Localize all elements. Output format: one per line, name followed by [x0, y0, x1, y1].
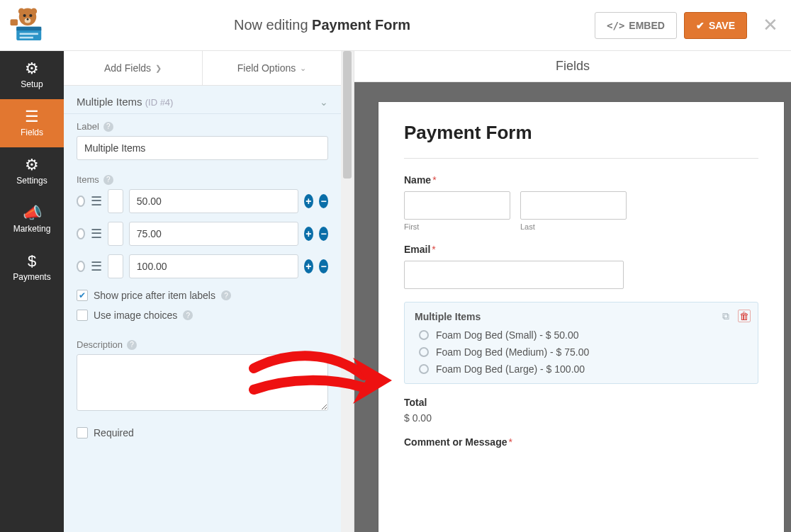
nav-settings-label: Settings — [16, 176, 47, 186]
drag-handle-icon[interactable]: ☰ — [91, 195, 102, 208]
megaphone-icon: 📣 — [23, 205, 42, 221]
nav-fields[interactable]: ☰ Fields — [0, 99, 64, 147]
svg-point-3 — [23, 13, 26, 16]
form-preview: Payment Form Name* First Last Email* — [378, 102, 784, 532]
nav-marketing[interactable]: 📣 Marketing — [0, 196, 64, 244]
first-name-input[interactable] — [404, 191, 510, 220]
nav-fields-label: Fields — [21, 128, 43, 137]
editing-form-name: Payment Form — [312, 17, 410, 33]
required-checkbox-row[interactable]: Required — [77, 423, 328, 443]
add-item-button[interactable]: + — [304, 194, 313, 208]
close-icon[interactable]: ✕ — [763, 14, 778, 36]
svg-rect-10 — [20, 36, 33, 38]
topbar-actions: </> EMBED ✔ SAVE ✕ — [595, 12, 778, 39]
svg-rect-8 — [16, 26, 41, 30]
email-label-text: Email — [404, 244, 430, 255]
image-choices-checkbox-row[interactable]: Use image choices ? — [77, 305, 328, 325]
option-row[interactable]: Foam Dog Bed (Medium) - $ 75.00 — [419, 346, 748, 358]
help-icon[interactable]: ? — [103, 122, 113, 132]
help-icon[interactable]: ? — [183, 310, 193, 320]
panel-scrollbar[interactable] — [341, 51, 354, 532]
last-name-input[interactable] — [520, 191, 627, 220]
editing-prefix: Now editing — [234, 17, 312, 33]
svg-rect-11 — [11, 19, 18, 26]
field-section-header[interactable]: Multiple Items (ID #4) ⌄ — [64, 86, 341, 114]
add-item-button[interactable]: + — [304, 259, 313, 273]
bear-logo-icon — [8, 6, 47, 45]
nav-setup[interactable]: ⚙ Setup — [0, 51, 64, 99]
item-name-input[interactable] — [108, 254, 123, 278]
option-label: Foam Dog Bed (Small) - $ 50.00 — [436, 329, 579, 341]
label-heading: Label — [77, 121, 99, 132]
tab-field-options[interactable]: Field Options ⌄ — [203, 51, 341, 85]
sliders-icon: ⚙ — [25, 157, 39, 173]
checkbox-icon — [77, 290, 88, 301]
option-row[interactable]: Foam Dog Bed (Large) - $ 100.00 — [419, 363, 748, 375]
total-value: $ 0.00 — [404, 412, 758, 424]
panel-tabs: Add Fields ❯ Field Options ⌄ — [64, 51, 341, 86]
delete-field-icon[interactable]: 🗑 — [738, 310, 751, 322]
label-input[interactable] — [77, 136, 328, 160]
editing-title: Now editing Payment Form — [50, 17, 595, 33]
item-default-radio[interactable] — [77, 196, 85, 207]
remove-item-button[interactable]: − — [319, 227, 328, 241]
item-row: ☰ + − — [77, 189, 328, 213]
drag-handle-icon[interactable]: ☰ — [91, 227, 102, 240]
item-price-input[interactable] — [129, 222, 298, 246]
item-price-input[interactable] — [129, 189, 298, 213]
required-label: Required — [94, 427, 134, 438]
fields-subheader: Fields — [354, 51, 791, 82]
comment-field-label: Comment or Message* — [404, 436, 758, 448]
item-price-input[interactable] — [129, 254, 298, 278]
fields-subheader-label: Fields — [556, 59, 590, 74]
scrollbar-thumb[interactable] — [343, 51, 352, 179]
tab-add-fields[interactable]: Add Fields ❯ — [64, 51, 203, 85]
radio-icon — [419, 364, 429, 374]
label-field-block: Label ? — [64, 114, 341, 167]
item-default-radio[interactable] — [77, 261, 85, 272]
form-title: Payment Form — [404, 122, 758, 144]
chevron-down-icon[interactable]: ⌄ — [320, 96, 328, 108]
email-field-label: Email* — [404, 244, 758, 255]
item-default-radio[interactable] — [77, 228, 85, 239]
image-choices-label: Use image choices — [94, 310, 177, 321]
help-icon[interactable]: ? — [221, 290, 231, 300]
description-field-block: Description ? — [64, 332, 341, 420]
show-price-label: Show price after item labels — [94, 290, 215, 301]
mi-label: Multiple Items — [415, 311, 748, 322]
duplicate-field-icon[interactable]: ⧉ — [719, 310, 732, 322]
section-id: (ID #4) — [145, 97, 174, 108]
remove-item-button[interactable]: − — [319, 194, 328, 208]
svg-point-2 — [30, 8, 37, 14]
item-row: ☰ + − — [77, 254, 328, 278]
first-sublabel: First — [404, 222, 510, 231]
drag-handle-icon[interactable]: ☰ — [91, 260, 102, 273]
help-icon[interactable]: ? — [127, 340, 137, 350]
show-price-checkbox-row[interactable]: Show price after item labels ? — [77, 285, 328, 305]
remove-item-button[interactable]: − — [319, 259, 328, 273]
save-label: SAVE — [709, 20, 735, 31]
items-field-block: Items ? ☰ + − — [64, 167, 341, 285]
nav-settings[interactable]: ⚙ Settings — [0, 147, 64, 196]
add-item-button[interactable]: + — [304, 227, 313, 241]
item-name-input[interactable] — [108, 222, 123, 246]
multiple-items-field-selected[interactable]: ⧉ 🗑 Multiple Items Foam Dog Bed (Small) … — [404, 302, 758, 384]
preview-scroll[interactable]: Payment Form Name* First Last Email* — [354, 82, 791, 532]
svg-point-4 — [29, 13, 32, 16]
email-input[interactable] — [404, 261, 624, 289]
embed-button[interactable]: </> EMBED — [595, 12, 677, 39]
option-row[interactable]: Foam Dog Bed (Small) - $ 50.00 — [419, 329, 748, 341]
item-name-input[interactable] — [108, 189, 123, 213]
field-editor-panel: Add Fields ❯ Field Options ⌄ Multiple It… — [64, 51, 341, 532]
save-button[interactable]: ✔ SAVE — [684, 12, 747, 39]
radio-icon — [419, 330, 429, 340]
help-icon[interactable]: ? — [103, 175, 113, 185]
option-label: Foam Dog Bed (Medium) - $ 75.00 — [436, 346, 589, 358]
nav-payments[interactable]: $ Payments — [0, 244, 64, 292]
gear-icon: ⚙ — [25, 61, 39, 77]
items-heading: Items — [77, 174, 99, 185]
radio-icon — [419, 347, 429, 357]
description-textarea[interactable] — [77, 354, 328, 411]
item-row: ☰ + − — [77, 222, 328, 246]
code-icon: </> — [607, 20, 624, 31]
